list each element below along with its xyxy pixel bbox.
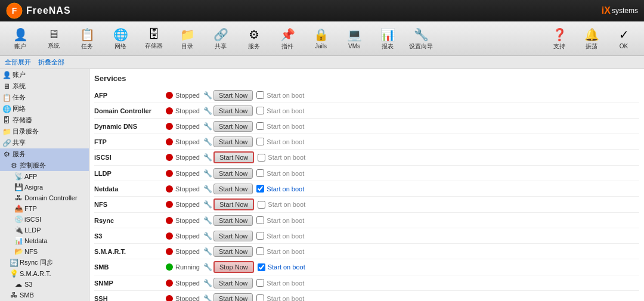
- edit-icon-3[interactable]: 🔧: [203, 138, 212, 146]
- sidebar-item-network[interactable]: 🌐 网络: [0, 103, 89, 114]
- sidebar-item-accounts[interactable]: 👤 账户: [0, 69, 89, 80]
- service-btn-13[interactable]: Start Now: [213, 293, 253, 302]
- toolbar-tasks[interactable]: 📋 任务: [72, 24, 103, 54]
- boot-checkbox-10[interactable]: [256, 247, 264, 255]
- sidebar-item-sharing[interactable]: 🔗 共享: [0, 137, 89, 148]
- sidebar-item-services[interactable]: ⚙ 服务: [0, 148, 89, 160]
- service-btn-7[interactable]: Start Now: [213, 198, 254, 210]
- sidebar-item-ftp[interactable]: 📤 FTP: [0, 203, 89, 214]
- toolbar-support[interactable]: ❓ 支持: [544, 24, 575, 54]
- boot-checkbox-4[interactable]: [258, 154, 265, 162]
- edit-icon-11[interactable]: 🔧: [203, 263, 212, 271]
- wizard-label: 设置向导: [409, 43, 433, 50]
- subtoolbar: 全部展开 折叠全部: [0, 56, 644, 69]
- toolbar-reports[interactable]: 📊 报表: [372, 24, 403, 54]
- service-btn-5[interactable]: Start Now: [213, 168, 253, 179]
- service-btn-2[interactable]: Start Now: [213, 121, 253, 132]
- boot-checkbox-8[interactable]: [256, 216, 264, 224]
- edit-icon-6[interactable]: 🔧: [203, 185, 212, 193]
- boot-checkbox-13[interactable]: [256, 294, 264, 301]
- sidebar-tasks-label: 任务: [13, 93, 86, 102]
- start-now-button-12[interactable]: Start Now: [213, 278, 253, 288]
- service-btn-8[interactable]: Start Now: [213, 215, 253, 226]
- toolbar-wizard[interactable]: 🔧 设置向导: [405, 24, 436, 54]
- service-btn-0[interactable]: Start Now: [213, 90, 253, 101]
- toolbar-directory[interactable]: 📁 目录: [172, 24, 203, 54]
- toolbar-network[interactable]: 🌐 网络: [105, 24, 136, 54]
- toolbar-alerts[interactable]: 🔔 振荡: [576, 24, 607, 54]
- start-now-button-10[interactable]: Start Now: [213, 246, 253, 257]
- sidebar-item-tasks[interactable]: 📋 任务: [0, 92, 89, 103]
- collapse-all-link[interactable]: 折叠全部: [38, 58, 64, 67]
- edit-icon-10[interactable]: 🔧: [203, 247, 212, 256]
- toolbar-services[interactable]: ⚙ 服务: [239, 24, 270, 54]
- boot-checkbox-11[interactable]: [258, 263, 265, 271]
- start-now-button-5[interactable]: Start Now: [213, 168, 253, 179]
- expand-all-link[interactable]: 全部展开: [5, 58, 31, 67]
- sidebar-item-smart[interactable]: 💡 S.M.A.R.T.: [0, 268, 89, 279]
- stop-now-button-11[interactable]: Stop Now: [213, 261, 254, 273]
- boot-checkbox-2[interactable]: [256, 122, 264, 130]
- toolbar-ok[interactable]: ✓ OK: [608, 24, 639, 54]
- start-now-button-9[interactable]: Start Now: [213, 231, 253, 241]
- edit-icon-2[interactable]: 🔧: [203, 122, 212, 131]
- edit-icon-4[interactable]: 🔧: [203, 153, 212, 162]
- edit-icon-7[interactable]: 🔧: [203, 200, 212, 209]
- edit-icon-13[interactable]: 🔧: [203, 294, 212, 302]
- sidebar-item-domain-controller[interactable]: 🖧 Domain Controller: [0, 193, 89, 203]
- sidebar-item-asigra[interactable]: 💾 Asigra: [0, 182, 89, 193]
- start-now-button-1[interactable]: Start Now: [213, 105, 253, 116]
- tasks-sidebar-icon: 📋: [2, 94, 11, 102]
- edit-icon-9[interactable]: 🔧: [203, 232, 212, 240]
- boot-checkbox-6[interactable]: [256, 185, 264, 193]
- status-text-11: Running: [175, 263, 200, 271]
- boot-checkbox-3[interactable]: [256, 138, 264, 145]
- toolbar-sharing[interactable]: 🔗 共享: [205, 24, 236, 54]
- boot-checkbox-5[interactable]: [256, 169, 264, 177]
- sidebar-item-nfs[interactable]: 📂 NFS: [0, 246, 89, 257]
- start-now-button-8[interactable]: Start Now: [213, 215, 253, 226]
- service-btn-1[interactable]: Start Now: [213, 105, 253, 116]
- sidebar-item-system[interactable]: 🖥 系统: [0, 80, 89, 92]
- edit-icon-0[interactable]: 🔧: [203, 91, 212, 100]
- sidebar-item-iscsi[interactable]: 💿 iSCSI: [0, 214, 89, 225]
- boot-checkbox-7[interactable]: [258, 201, 265, 209]
- toolbar-accounts[interactable]: 👤 账户: [5, 24, 36, 54]
- start-now-button-6[interactable]: Start Now: [213, 184, 253, 194]
- service-btn-9[interactable]: Start Now: [213, 231, 253, 241]
- service-btn-6[interactable]: Start Now: [213, 184, 253, 194]
- boot-checkbox-0[interactable]: [256, 91, 264, 99]
- sidebar-item-directory[interactable]: 📁 目录服务: [0, 126, 89, 137]
- boot-checkbox-12[interactable]: [256, 279, 264, 287]
- start-now-button-0[interactable]: Start Now: [213, 90, 253, 101]
- service-btn-12[interactable]: Start Now: [213, 278, 253, 288]
- start-now-button-2[interactable]: Start Now: [213, 121, 253, 132]
- sidebar-item-smb[interactable]: 🖧 SMB: [0, 290, 89, 300]
- sidebar-item-afp[interactable]: 📡 AFP: [0, 171, 89, 182]
- boot-checkbox-9[interactable]: [256, 232, 264, 240]
- service-btn-11[interactable]: Stop Now: [213, 261, 254, 273]
- service-btn-4[interactable]: Start Now: [213, 151, 254, 163]
- start-now-button-4[interactable]: Start Now: [213, 151, 254, 163]
- start-now-button-3[interactable]: Start Now: [213, 136, 253, 147]
- edit-icon-8[interactable]: 🔧: [203, 216, 212, 225]
- sidebar-item-storage[interactable]: 🗄 存储器: [0, 114, 89, 126]
- service-btn-10[interactable]: Start Now: [213, 246, 253, 257]
- service-btn-3[interactable]: Start Now: [213, 136, 253, 147]
- start-now-button-13[interactable]: Start Now: [213, 293, 253, 302]
- sidebar-item-netdata[interactable]: 📊 Netdata: [0, 235, 89, 246]
- toolbar-vms[interactable]: 💻 VMs: [339, 24, 370, 54]
- boot-checkbox-1[interactable]: [256, 107, 264, 114]
- edit-icon-12[interactable]: 🔧: [203, 279, 212, 287]
- toolbar-jails[interactable]: 🔒 Jails: [305, 24, 336, 54]
- start-now-button-7[interactable]: Start Now: [213, 198, 254, 210]
- toolbar-plugins[interactable]: 📌 指件: [272, 24, 303, 54]
- edit-icon-1[interactable]: 🔧: [203, 107, 212, 115]
- toolbar-storage[interactable]: 🗄 存储器: [138, 24, 169, 54]
- sidebar-item-rsync[interactable]: 🔄 Rsync 同步: [0, 257, 89, 268]
- sidebar-item-s3[interactable]: ☁ S3: [0, 279, 89, 290]
- sidebar-item-lldp[interactable]: 🔌 LLDP: [0, 225, 89, 235]
- edit-icon-5[interactable]: 🔧: [203, 169, 212, 178]
- sidebar-item-control-services[interactable]: ⚙ 控制服务: [0, 160, 89, 171]
- toolbar-system[interactable]: 🖥 系统: [38, 24, 69, 54]
